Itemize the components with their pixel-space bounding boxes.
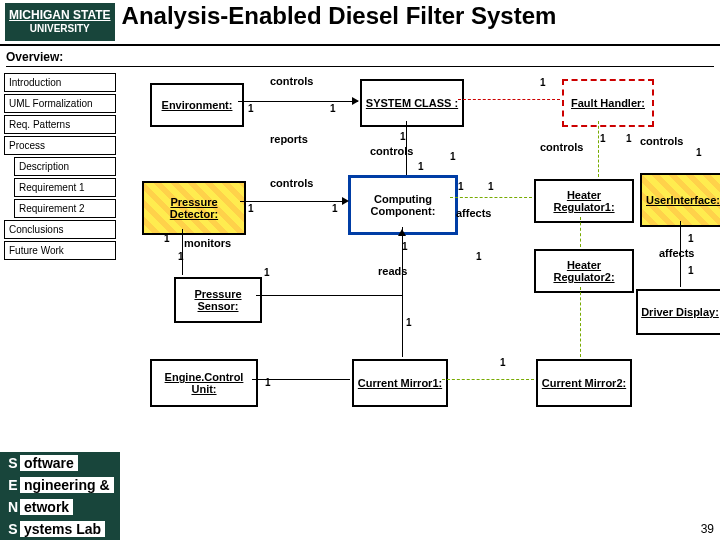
edge-controls-3: controls [540, 141, 583, 153]
mult-1q: 1 [476, 251, 482, 262]
label-heater-reg1: Heater Regulator1: [538, 189, 630, 213]
box-current-mirror2: Current Mirror2: [536, 359, 632, 407]
label-system-class: SYSTEM CLASS : [366, 97, 458, 109]
nav-introduction[interactable]: Introduction [4, 73, 116, 92]
box-heater-reg1: Heater Regulator1: [534, 179, 634, 223]
nav-conclusions[interactable]: Conclusions [4, 220, 116, 239]
label-cm2: Current Mirror2: [542, 377, 626, 389]
edge-affects-1: affects [456, 207, 491, 219]
section-overview: Overview: [6, 50, 714, 67]
mult-1d: 1 [400, 131, 406, 142]
nav-req2[interactable]: Requirement 2 [14, 199, 116, 218]
mult-1g: 1 [600, 133, 606, 144]
mult-1l: 1 [458, 181, 464, 192]
page-title: Analysis-Enabled Diesel Filter System [122, 2, 557, 30]
edge-controls-1: controls [270, 75, 313, 87]
logo-bottom: UNIVERSITY [9, 23, 111, 35]
box-current-mirror1: Current Mirror1: [352, 359, 448, 407]
nav-description[interactable]: Description [14, 157, 116, 176]
edge-monitors: monitors [184, 237, 231, 249]
footer-n-rest: etwork [20, 499, 73, 515]
label-pressure-sensor: Pressure Sensor: [178, 288, 258, 312]
box-user-interface: UserInterface: [640, 173, 720, 227]
box-ecu: Engine.Control Unit: [150, 359, 258, 407]
mult-1u: 1 [406, 317, 412, 328]
nav-patterns[interactable]: Req. Patterns [4, 115, 116, 134]
mult-1e: 1 [418, 161, 424, 172]
label-driver-display: Driver Display: [641, 306, 719, 318]
box-driver-display: Driver Display: [636, 289, 720, 335]
mult-1j: 1 [248, 203, 254, 214]
box-environment: Environment: [150, 83, 244, 127]
msu-logo: MICHIGAN STATE UNIVERSITY [4, 2, 116, 42]
mult-1m: 1 [488, 181, 494, 192]
footer-e-rest: ngineering & [20, 477, 114, 493]
edge-controls-4: controls [640, 135, 683, 147]
label-cm1: Current Mirror1: [358, 377, 442, 389]
nav-uml[interactable]: UML Formalization [4, 94, 116, 113]
logo-top: MICHIGAN STATE [9, 9, 111, 21]
box-heater-reg2: Heater Regulator2: [534, 249, 634, 293]
mult-1a: 1 [540, 77, 546, 88]
diagram-canvas: Environment: SYSTEM CLASS : Fault Handle… [120, 73, 720, 503]
footer-e: E [6, 476, 20, 494]
mult-1n: 1 [164, 233, 170, 244]
box-fault-handler: Fault Handler: [562, 79, 654, 127]
page-number: 39 [701, 522, 714, 536]
mult-1s: 1 [688, 265, 694, 276]
mult-1f: 1 [450, 151, 456, 162]
footer-y: S [6, 520, 20, 538]
mult-1k: 1 [332, 203, 338, 214]
mult-1h: 1 [626, 133, 632, 144]
footer-y-rest: ystems Lab [20, 521, 105, 537]
box-system-class: SYSTEM CLASS : [360, 79, 464, 127]
mult-1i: 1 [696, 147, 702, 158]
footer-s-rest: oftware [20, 455, 78, 471]
mult-1b: 1 [248, 103, 254, 114]
label-heater-reg2: Heater Regulator2: [538, 259, 630, 283]
label-fault-handler: Fault Handler: [571, 97, 645, 109]
label-user-interface: UserInterface: [646, 194, 720, 206]
nav-future[interactable]: Future Work [4, 241, 116, 260]
label-computing-component: Computing Component: [353, 193, 453, 217]
mult-1t: 1 [264, 267, 270, 278]
footer-s: S [6, 454, 20, 472]
mult-1c: 1 [330, 103, 336, 114]
box-pressure-detector: Pressure Detector: [142, 181, 246, 235]
label-pressure-detector: Pressure Detector: [146, 196, 242, 220]
nav-process[interactable]: Process [4, 136, 116, 155]
mult-1r: 1 [688, 233, 694, 244]
sidebar: Introduction UML Formalization Req. Patt… [0, 73, 120, 503]
footer-lab: Software Engineering & Network Systems L… [0, 452, 120, 540]
edge-affects-2: affects [659, 247, 694, 259]
label-ecu: Engine.Control Unit: [154, 371, 254, 395]
nav-req1[interactable]: Requirement 1 [14, 178, 116, 197]
edge-reports: reports [270, 133, 308, 145]
label-environment: Environment: [162, 99, 233, 111]
box-pressure-sensor: Pressure Sensor: [174, 277, 262, 323]
edge-controls-5: controls [270, 177, 313, 189]
mult-1w: 1 [500, 357, 506, 368]
box-computing-component: Computing Component: [348, 175, 458, 235]
footer-n: N [6, 498, 20, 516]
